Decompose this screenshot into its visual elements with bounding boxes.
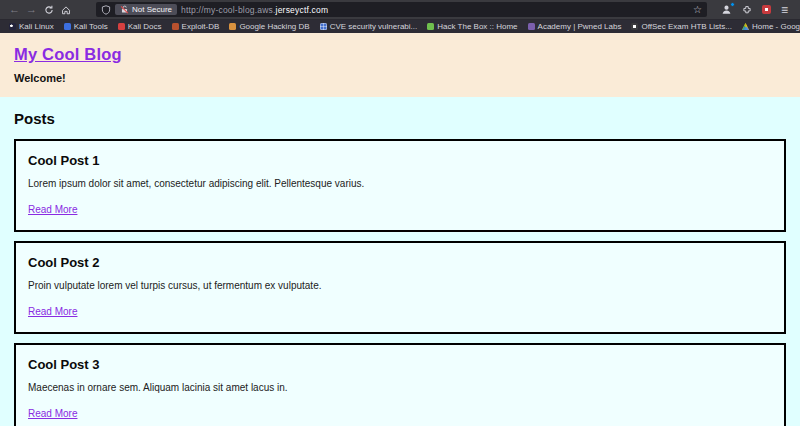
kali-linux-favicon-icon (9, 23, 16, 30)
reload-icon (44, 5, 54, 15)
home-icon (61, 5, 71, 15)
post-excerpt: Lorem ipsum dolor sit amet, consectetur … (28, 178, 772, 189)
page: My Cool Blog Welcome! Posts Cool Post 1 … (0, 33, 800, 426)
bookmark-item-offsec-exam[interactable]: OffSec Exam HTB Lists... (626, 22, 737, 31)
bookmark-label: Home - Google Drive (752, 22, 800, 31)
menu-icon[interactable]: ≡ (781, 4, 788, 16)
post-card-1: Cool Post 1 Lorem ipsum dolor sit amet, … (14, 139, 786, 232)
bookmark-label: Hack The Box :: Home (437, 22, 517, 31)
extension-red-icon[interactable] (762, 5, 771, 14)
post-title: Cool Post 1 (28, 153, 772, 168)
tracking-shield-icon[interactable] (101, 5, 111, 15)
toolbar-right-icons: ≡ (715, 4, 794, 16)
security-label: Not Secure (132, 5, 172, 14)
account-icon[interactable] (721, 4, 732, 15)
forward-button[interactable]: → (23, 2, 40, 18)
post-title: Cool Post 2 (28, 255, 772, 270)
home-button[interactable] (57, 2, 74, 18)
url-prefix: http://my-cool-blog.aws. (181, 5, 276, 15)
url-text: http://my-cool-blog.aws.jerseyctf.com (181, 5, 689, 15)
bookmark-label: Kali Tools (74, 22, 108, 31)
post-title: Cool Post 3 (28, 357, 772, 372)
bookmark-item-google-hacking-db[interactable]: Google Hacking DB (224, 22, 314, 31)
back-button[interactable]: ← (6, 2, 23, 18)
exploit-db-favicon-icon (172, 23, 179, 30)
read-more-link[interactable]: Read More (28, 408, 77, 419)
site-title-link[interactable]: My Cool Blog (14, 45, 122, 64)
url-bar[interactable]: Not Secure http://my-cool-blog.aws.jerse… (96, 2, 707, 17)
hack-the-box-favicon-icon (427, 23, 434, 30)
bookmark-label: OffSec Exam HTB Lists... (641, 22, 732, 31)
read-more-link[interactable]: Read More (28, 306, 77, 317)
cve-favicon-icon (320, 23, 327, 30)
academy-favicon-icon (528, 23, 535, 30)
post-card-3: Cool Post 3 Maecenas in ornare sem. Aliq… (14, 343, 786, 426)
extensions-icon[interactable] (742, 5, 752, 15)
bookmark-label: Academy | Pwned Labs (538, 22, 622, 31)
posts-heading: Posts (14, 110, 786, 127)
browser-toolbar: ← → Not Secure http://my-cool-blog.aws.j… (0, 0, 800, 20)
page-header: My Cool Blog Welcome! (0, 33, 800, 97)
bookmark-label: Kali Docs (128, 22, 162, 31)
broken-lock-icon (120, 5, 129, 14)
kali-tools-favicon-icon (64, 23, 71, 30)
read-more-link[interactable]: Read More (28, 204, 77, 215)
bookmark-item-hack-the-box[interactable]: Hack The Box :: Home (422, 22, 522, 31)
bookmark-item-cve[interactable]: CVE security vulnerabi... (315, 22, 423, 31)
url-domain: jerseyctf.com (276, 5, 329, 15)
bookmarks-bar: Kali Linux Kali Tools Kali Docs Exploit-… (0, 20, 800, 33)
bookmark-item-kali-linux[interactable]: Kali Linux (4, 22, 59, 31)
welcome-text: Welcome! (14, 72, 786, 84)
google-hacking-db-favicon-icon (229, 23, 236, 30)
post-card-2: Cool Post 2 Proin vulputate lorem vel tu… (14, 241, 786, 334)
kali-docs-favicon-icon (118, 23, 125, 30)
bookmark-item-academy-pwned-labs[interactable]: Academy | Pwned Labs (523, 22, 627, 31)
bookmark-label: Kali Linux (19, 22, 54, 31)
bookmark-item-kali-docs[interactable]: Kali Docs (113, 22, 167, 31)
bookmark-label: CVE security vulnerabi... (330, 22, 418, 31)
reload-button[interactable] (40, 2, 57, 18)
offsec-favicon-icon (631, 23, 638, 30)
bookmark-label: Exploit-DB (182, 22, 220, 31)
post-excerpt: Maecenas in ornare sem. Aliquam lacinia … (28, 382, 772, 393)
bookmark-item-kali-tools[interactable]: Kali Tools (59, 22, 113, 31)
google-drive-favicon-icon (742, 23, 749, 30)
not-secure-badge[interactable]: Not Secure (115, 4, 177, 15)
account-notification-badge (730, 2, 735, 7)
page-main: Posts Cool Post 1 Lorem ipsum dolor sit … (0, 97, 800, 426)
bookmark-label: Google Hacking DB (239, 22, 309, 31)
post-excerpt: Proin vulputate lorem vel turpis cursus,… (28, 280, 772, 291)
bookmark-item-google-drive[interactable]: Home - Google Drive (737, 22, 800, 31)
bookmark-item-exploit-db[interactable]: Exploit-DB (167, 22, 225, 31)
bookmark-star-icon[interactable]: ☆ (693, 5, 702, 15)
